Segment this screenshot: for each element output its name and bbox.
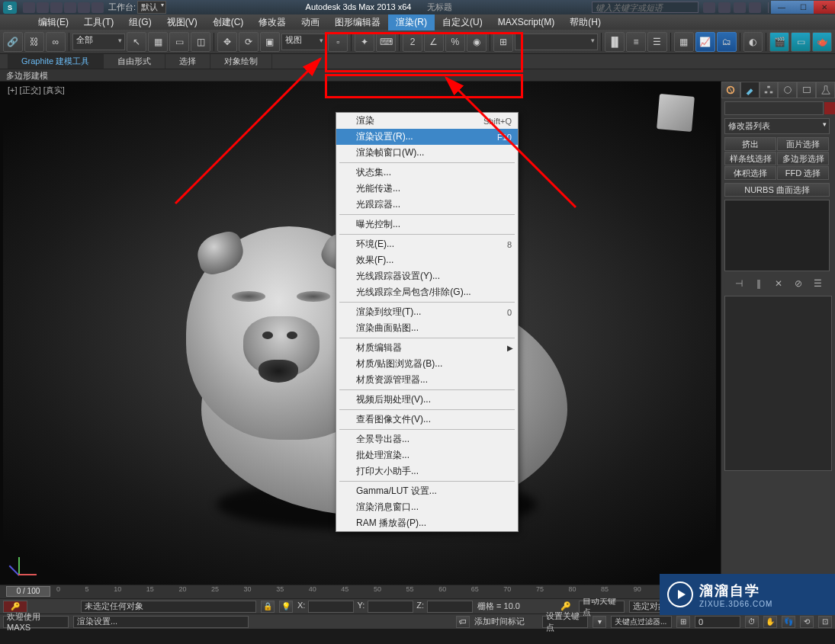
current-frame-field[interactable]: 0 [695,616,740,628]
render-icon[interactable]: 🫖 [812,32,832,52]
modifier-button-2[interactable]: 样条线选择 [724,152,776,165]
ribbon-tab-1[interactable]: 自由形式 [104,54,165,69]
menu-item-15[interactable]: 渲染到纹理(T)...0 [336,304,518,320]
curve-editor-icon[interactable]: 📈 [695,32,715,52]
menu-item-19[interactable]: 材质/贴图浏览器(B)... [336,356,518,372]
render-frame-icon[interactable]: ▭ [791,32,811,52]
modifier-rollout-area[interactable] [724,296,832,471]
exchange-icon[interactable] [734,2,746,13]
hierarchy-tab-icon[interactable] [760,82,779,98]
menu-item-11[interactable]: 效果(F)... [336,252,518,268]
menu-item-30[interactable]: Gamma/LUT 设置... [336,483,518,499]
menu-item-8[interactable]: 曝光控制... [336,216,518,232]
menu-item-6[interactable]: 光跟踪器... [336,197,518,213]
menu-item-24[interactable]: 查看图像文件(V)... [336,412,518,428]
menu-H[interactable]: 帮助(H) [562,14,609,30]
signin-icon[interactable] [718,2,731,13]
menu-item-22[interactable]: 视频后期处理(V)... [336,392,518,408]
ribbon-tab-2[interactable]: 选择 [165,54,210,69]
bind-icon[interactable]: ∞ [46,32,66,52]
set-key-button[interactable]: 设置关键点 [542,616,588,628]
render-setup-icon[interactable]: 🎬 [769,32,789,52]
isolate-icon[interactable]: 💡 [279,601,293,613]
auto-key-button[interactable]: 自动关键点 [579,601,625,613]
menu-[interactable]: 动画 [294,14,327,30]
snap-percent-icon[interactable]: % [445,32,465,52]
key-filters-icon[interactable]: ▾ [593,616,606,628]
nav-walk-icon[interactable]: 👣 [782,616,795,628]
menu-item-28[interactable]: 打印大小助手... [336,463,518,479]
show-end-icon[interactable]: ‖ [752,277,766,290]
menu-C[interactable]: 创建(C) [205,14,252,30]
select-name-icon[interactable]: ▦ [148,32,168,52]
qat-project-icon[interactable] [92,2,104,13]
menu-MAXScriptM[interactable]: MAXScript(M) [490,15,563,29]
modifier-stack[interactable] [724,200,830,271]
nurbs-select-button[interactable]: NURBS 曲面选择 [724,183,830,197]
spinner-snap-icon[interactable]: ◉ [467,32,487,52]
window-crossing-icon[interactable]: ◫ [191,32,210,52]
modifier-list-combo[interactable]: 修改器列表 [724,118,830,134]
add-time-tag[interactable]: 添加时间标记 [474,616,525,627]
make-unique-icon[interactable]: ✕ [772,277,785,290]
utilities-tab-icon[interactable] [816,82,835,98]
modifier-button-5[interactable]: FFD 选择 [777,166,829,180]
menu-U[interactable]: 自定义(U) [435,14,490,30]
search-input[interactable] [592,2,699,13]
qat-redo-icon[interactable] [78,2,90,13]
qat-open-icon[interactable] [37,2,49,13]
menu-item-5[interactable]: 光能传递... [336,181,518,197]
link-icon[interactable]: 🔗 [3,32,23,52]
menu-item-0[interactable]: 渲染Shift+Q [336,113,518,129]
mirror-icon[interactable]: ▐▌ [605,32,625,52]
time-tag-icon[interactable]: 🏷 [456,616,470,628]
select-region-icon[interactable]: ▭ [169,32,189,52]
app-icon[interactable]: S [3,2,17,14]
menu-V[interactable]: 视图(V) [159,14,205,30]
named-selection-combo[interactable] [515,34,599,50]
x-field[interactable] [308,601,354,613]
close-button[interactable]: ✕ [814,1,835,14]
keyboard-shortcut-icon[interactable]: ⌨ [376,32,396,52]
menu-item-10[interactable]: 环境(E)...8 [336,236,518,252]
infocenter-icon[interactable] [703,2,715,13]
move-icon[interactable]: ✥ [217,32,237,52]
menu-item-32[interactable]: RAM 播放器(P)... [336,515,518,531]
align-icon[interactable]: ≡ [626,32,646,52]
modifier-button-1[interactable]: 面片选择 [777,137,829,151]
qat-undo-icon[interactable] [64,2,76,13]
modify-tab-icon[interactable] [740,82,760,98]
material-editor-icon[interactable]: ◐ [743,32,763,52]
maxscript-mini[interactable]: 欢迎使用 MAXS [3,616,69,628]
snap-2d-icon[interactable]: 2 [403,32,422,52]
named-selection-icon[interactable]: ⊞ [493,32,513,52]
menu-R[interactable]: 渲染(R) [388,14,435,30]
selection-filter-combo[interactable]: 全部 [72,34,126,50]
refcoord-combo[interactable]: 视图 [281,34,327,50]
z-field[interactable] [427,601,473,613]
workspace-combo[interactable]: 默认 [137,1,166,14]
nav-maxtoggle-icon[interactable]: ⊡ [818,616,832,628]
viewport-label[interactable]: [+] [正交] [真实] [8,85,65,96]
menu-item-1[interactable]: 渲染设置(R)...F10 [336,129,518,145]
schematic-icon[interactable]: 🗂 [717,32,737,52]
time-slider-thumb[interactable]: 0 / 100 [6,586,50,597]
menu-[interactable]: 修改器 [251,14,294,30]
menu-item-18[interactable]: 材质编辑器▶ [336,340,518,356]
unlink-icon[interactable]: ⛓ [24,32,44,52]
menu-item-12[interactable]: 光线跟踪器设置(Y)... [336,268,518,284]
menu-E[interactable]: 编辑(E) [31,14,76,30]
ribbon-panel-label[interactable]: 多边形建模 [0,69,835,82]
qat-new-icon[interactable] [23,2,35,13]
key-filters-button[interactable]: 关键点过滤器... [611,616,672,628]
create-tab-icon[interactable] [721,82,740,98]
menu-item-20[interactable]: 材质资源管理器... [336,372,518,388]
snap-angle-icon[interactable]: ∠ [424,32,444,52]
menu-G[interactable]: 组(G) [121,14,159,30]
ribbon-tab-0[interactable]: Graphite 建模工具 [8,54,104,69]
help-icon[interactable] [749,2,761,13]
menu-T[interactable]: 工具(T) [76,14,121,30]
minimize-button[interactable]: — [771,1,792,14]
select-icon[interactable]: ↖ [127,32,146,52]
menu-item-2[interactable]: 渲染帧窗口(W)... [336,145,518,161]
